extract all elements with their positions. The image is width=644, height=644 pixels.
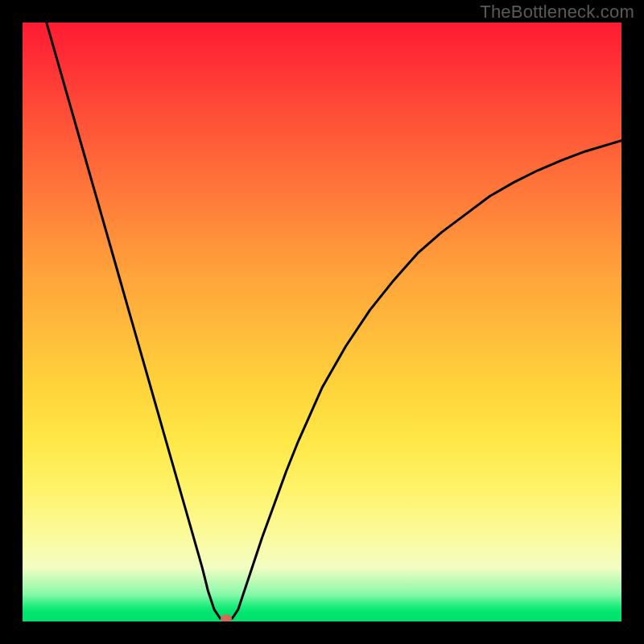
chart-frame: TheBottleneck.com	[0, 0, 644, 644]
min-marker-icon	[221, 614, 232, 621]
curve-layer	[23, 23, 621, 621]
plot-area	[23, 23, 621, 621]
watermark-text: TheBottleneck.com	[480, 2, 634, 23]
bottleneck-curve	[47, 23, 621, 618]
